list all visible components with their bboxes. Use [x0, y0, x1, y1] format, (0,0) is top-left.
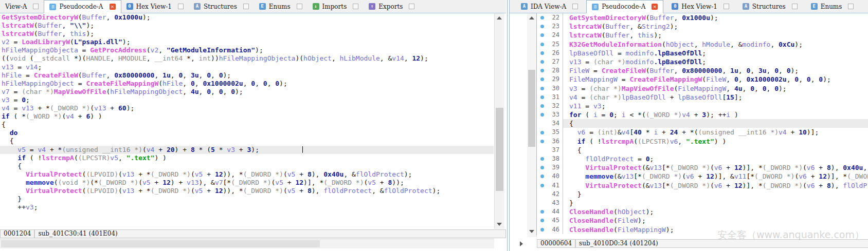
tab-enums[interactable]: EEnums [254, 0, 308, 13]
code-text[interactable]: } [563, 199, 868, 207]
tab-pseudocode-a[interactable]: ≡Pseudocode-A× [44, 0, 121, 13]
code-line[interactable]: 41 VirtualProtect(&v13[*(_DWORD *)(v6 + … [537, 181, 868, 190]
code-line[interactable]: 23lstrcatW(Buffer, &String2); [537, 22, 868, 31]
code-line[interactable]: 37 { [537, 146, 868, 155]
breakpoint-gutter[interactable] [537, 93, 547, 102]
close-tab-icon[interactable] [848, 4, 854, 9]
code-line[interactable]: hFile = CreateFileW(Buffer, 0x80000000, … [0, 71, 494, 80]
code-line[interactable]: GetSystemDirectoryW(Buffer, 0x1000u); [0, 13, 494, 22]
breakpoint-gutter[interactable] [537, 66, 547, 75]
code-line[interactable]: 24lstrcatW(Buffer, this); [537, 31, 868, 40]
code-line[interactable]: 42 } [537, 190, 868, 199]
code-line[interactable]: v3 = 0; [0, 96, 494, 104]
code-text[interactable]: lpBaseOfDll = modinfo.lpBaseOfDll; [563, 49, 868, 57]
breakpoint-dot-icon[interactable] [540, 60, 544, 64]
code-line[interactable]: { [0, 121, 494, 129]
close-tab-icon[interactable] [33, 4, 39, 9]
code-line[interactable]: 31v4 = (char *)lpBaseOfDll + lpBaseOfDll… [537, 93, 868, 102]
breakpoint-gutter[interactable] [537, 84, 547, 93]
code-line[interactable]: 26lpBaseOfDll = modinfo.lpBaseOfDll; [537, 49, 868, 57]
code-line[interactable]: v2 = LoadLibraryW(L"psapi.dll"); [0, 38, 494, 46]
close-tab-icon[interactable] [409, 4, 414, 9]
code-line[interactable]: if ( *(_WORD *)(v4 + 6) ) [0, 112, 494, 121]
breakpoint-dot-icon[interactable] [540, 228, 544, 231]
breakpoint-dot-icon[interactable] [540, 157, 544, 161]
breakpoint-gutter[interactable] [537, 110, 547, 119]
breakpoint-gutter[interactable] [537, 199, 547, 207]
code-line[interactable]: v5 = v4 + *(unsigned __int16 *)(v4 + 20)… [0, 146, 494, 154]
code-text[interactable]: } [563, 190, 868, 199]
code-line[interactable]: lstrcatW(Buffer, "\\"); [0, 22, 494, 30]
code-line[interactable]: 22GetSystemDirectoryW(Buffer, 0x1000u); [537, 13, 868, 22]
breakpoint-gutter[interactable] [537, 102, 547, 110]
breakpoint-dot-icon[interactable] [540, 78, 544, 81]
breakpoint-gutter[interactable] [537, 181, 547, 190]
scrollbar-thumb[interactable] [496, 108, 503, 191]
breakpoint-gutter[interactable] [537, 128, 547, 137]
tab-view-a[interactable]: View-A [0, 0, 44, 13]
breakpoint-dot-icon[interactable] [540, 219, 544, 222]
code-line[interactable]: hFileMappingObject = CreateFileMappingW(… [0, 80, 494, 88]
tab-pseudocode-a[interactable]: ≡Pseudocode-A× [586, 0, 663, 13]
close-tab-icon[interactable] [297, 4, 302, 9]
close-tab-icon[interactable] [353, 4, 358, 9]
code-line[interactable]: 30v3 = (char *)MapViewOfFile(FileMapping… [537, 84, 868, 93]
code-line[interactable]: 34{ [537, 119, 868, 128]
code-text[interactable]: lstrcatW(Buffer, this); [563, 31, 868, 40]
breakpoint-gutter[interactable] [537, 22, 547, 31]
code-line[interactable]: v7 = (char *)MapViewOfFile(hFileMappingO… [0, 88, 494, 96]
code-line[interactable]: memmove((void *)(*(_DWORD *)(v5 + 12) + … [0, 179, 494, 187]
breakpoint-dot-icon[interactable] [540, 16, 544, 20]
code-text[interactable]: v3 = (char *)MapViewOfFile(FileMappingW,… [563, 84, 868, 93]
code-line[interactable]: lstrcatW(Buffer, this); [0, 30, 494, 38]
code-line[interactable]: 36 if ( !lstrcmpA((LPCSTR)v6, ".text") ) [537, 137, 868, 146]
tab-exports[interactable]: ↑Exports [364, 0, 420, 13]
close-tab-icon[interactable] [178, 4, 184, 9]
breakpoint-gutter[interactable] [537, 172, 547, 181]
breakpoint-dot-icon[interactable] [540, 166, 544, 169]
breakpoint-dot-icon[interactable] [540, 69, 544, 72]
code-text[interactable]: VirtualProtect(&v13[*(_DWORD *)(v6 + 12)… [563, 181, 868, 190]
code-line[interactable]: 35 v6 = (int)&v4[40 * i + 24 + *((unsign… [537, 128, 868, 137]
code-text[interactable]: { [563, 119, 868, 128]
tab-structures[interactable]: AStructures [737, 0, 803, 13]
tab-structures[interactable]: AStructures [189, 0, 254, 13]
breakpoint-gutter[interactable] [537, 190, 547, 199]
breakpoint-dot-icon[interactable] [540, 25, 544, 28]
horizontal-scrollbar-left[interactable] [0, 239, 494, 248]
scroll-down-icon[interactable] [529, 230, 534, 233]
scroll-right-icon[interactable] [520, 241, 523, 246]
code-line[interactable]: 45CloseHandle(FileW); [537, 216, 868, 225]
code-text[interactable]: FileW = CreateFileW(Buffer, 0x80000000, … [563, 66, 868, 75]
code-line[interactable]: 43} [537, 199, 868, 207]
pseudocode-view-left[interactable]: GetSystemDirectoryW(Buffer, 0x1000u);lst… [0, 13, 494, 228]
code-line[interactable]: 32v11 = v3; [537, 102, 868, 110]
tab-hex-view-1[interactable]: 0Hex View-1 [666, 0, 734, 13]
code-text[interactable]: CloseHandle(hObject); [563, 207, 868, 216]
breakpoint-dot-icon[interactable] [540, 131, 544, 134]
breakpoint-dot-icon[interactable] [540, 140, 544, 143]
code-text[interactable]: memmove(&v13[*(_DWORD *)(v6 + 12)], &v11… [563, 172, 868, 181]
scrollbar-thumb[interactable] [1, 240, 320, 247]
code-line[interactable]: v13 = v14; [0, 63, 494, 71]
breakpoint-gutter[interactable] [537, 225, 547, 234]
code-text[interactable]: lstrcatW(Buffer, &String2); [563, 22, 868, 31]
code-line[interactable]: 27v13 = (char *)modinfo.lpBaseOfDll; [537, 57, 868, 66]
close-tab-icon[interactable] [724, 4, 729, 9]
breakpoint-gutter[interactable] [537, 13, 547, 22]
code-line[interactable]: 28FileW = CreateFileW(Buffer, 0x80000000… [537, 66, 868, 75]
scroll-up-icon[interactable] [529, 16, 534, 20]
code-line[interactable]: v4 = v13 + *(_DWORD *)(v13 + 60); [0, 104, 494, 112]
scroll-up-icon[interactable] [497, 16, 502, 20]
code-line[interactable]: 29FileMappingW = CreateFileMappingW(File… [537, 75, 868, 84]
breakpoint-gutter[interactable] [537, 49, 547, 57]
code-text[interactable]: v13 = (char *)modinfo.lpBaseOfDll; [563, 57, 868, 66]
code-line[interactable]: 39 VirtualProtect(&v13[*(_DWORD *)(v6 + … [537, 163, 868, 172]
breakpoint-dot-icon[interactable] [540, 113, 544, 117]
code-line[interactable]: 46CloseHandle(FileMappingW); [537, 225, 868, 234]
close-tab-icon[interactable] [243, 4, 249, 9]
breakpoint-gutter[interactable] [537, 163, 547, 172]
code-line[interactable]: { [0, 162, 494, 170]
close-tab-icon[interactable]: × [110, 4, 116, 10]
breakpoint-gutter[interactable] [537, 216, 547, 225]
